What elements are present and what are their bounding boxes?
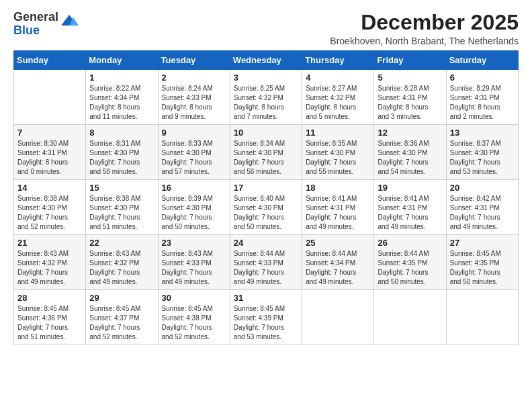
calendar-cell: [14, 70, 86, 125]
calendar-cell: 24Sunrise: 8:44 AMSunset: 4:33 PMDayligh…: [230, 235, 302, 290]
calendar-cell: 23Sunrise: 8:43 AMSunset: 4:33 PMDayligh…: [158, 235, 230, 290]
day-info: Sunrise: 8:37 AMSunset: 4:30 PMDaylight:…: [450, 139, 515, 177]
day-number: 27: [450, 238, 515, 248]
calendar-cell: 27Sunrise: 8:45 AMSunset: 4:35 PMDayligh…: [446, 235, 518, 290]
calendar-cell: 11Sunrise: 8:35 AMSunset: 4:30 PMDayligh…: [302, 125, 374, 180]
day-number: 22: [89, 238, 154, 248]
day-info: Sunrise: 8:25 AMSunset: 4:32 PMDaylight:…: [234, 84, 298, 122]
calendar-week-3: 14Sunrise: 8:38 AMSunset: 4:30 PMDayligh…: [14, 180, 519, 235]
day-number: 2: [162, 73, 226, 83]
day-info: Sunrise: 8:28 AMSunset: 4:31 PMDaylight:…: [378, 84, 442, 122]
calendar-cell: 8Sunrise: 8:31 AMSunset: 4:30 PMDaylight…: [86, 125, 158, 180]
day-info: Sunrise: 8:38 AMSunset: 4:30 PMDaylight:…: [89, 194, 154, 232]
day-info: Sunrise: 8:38 AMSunset: 4:30 PMDaylight:…: [17, 194, 82, 232]
day-number: 25: [306, 238, 370, 248]
page: General Blue December 2025 Broekhoven, N…: [0, 0, 532, 411]
calendar-cell: 12Sunrise: 8:36 AMSunset: 4:30 PMDayligh…: [374, 125, 446, 180]
day-number: 30: [162, 293, 226, 303]
calendar-cell: 14Sunrise: 8:38 AMSunset: 4:30 PMDayligh…: [14, 180, 86, 235]
calendar-header-sunday: Sunday: [14, 51, 86, 70]
calendar-header-monday: Monday: [86, 51, 158, 70]
header: General Blue December 2025 Broekhoven, N…: [13, 11, 519, 46]
logo: General Blue: [13, 11, 79, 38]
day-info: Sunrise: 8:30 AMSunset: 4:31 PMDaylight:…: [17, 139, 82, 177]
day-info: Sunrise: 8:35 AMSunset: 4:30 PMDaylight:…: [306, 139, 370, 177]
day-number: 21: [17, 238, 82, 248]
calendar-header-saturday: Saturday: [446, 51, 518, 70]
month-title: December 2025: [330, 11, 519, 34]
logo-text: General Blue: [13, 11, 58, 38]
day-info: Sunrise: 8:45 AMSunset: 4:39 PMDaylight:…: [234, 304, 298, 342]
calendar-week-5: 28Sunrise: 8:45 AMSunset: 4:36 PMDayligh…: [14, 290, 519, 345]
day-number: 15: [89, 183, 154, 193]
day-number: 7: [17, 128, 82, 138]
day-number: 6: [450, 73, 515, 83]
calendar-cell: 22Sunrise: 8:43 AMSunset: 4:32 PMDayligh…: [86, 235, 158, 290]
calendar-cell: 7Sunrise: 8:30 AMSunset: 4:31 PMDaylight…: [14, 125, 86, 180]
calendar-cell: 6Sunrise: 8:29 AMSunset: 4:31 PMDaylight…: [446, 70, 518, 125]
day-number: 19: [378, 183, 442, 193]
calendar-header-row: SundayMondayTuesdayWednesdayThursdayFrid…: [14, 51, 519, 70]
calendar-cell: 2Sunrise: 8:24 AMSunset: 4:33 PMDaylight…: [158, 70, 230, 125]
calendar-header-thursday: Thursday: [302, 51, 374, 70]
calendar-cell: 18Sunrise: 8:41 AMSunset: 4:31 PMDayligh…: [302, 180, 374, 235]
day-number: 13: [450, 128, 515, 138]
day-info: Sunrise: 8:41 AMSunset: 4:31 PMDaylight:…: [306, 194, 370, 232]
day-info: Sunrise: 8:39 AMSunset: 4:30 PMDaylight:…: [162, 194, 226, 232]
calendar-cell: 20Sunrise: 8:42 AMSunset: 4:31 PMDayligh…: [446, 180, 518, 235]
day-info: Sunrise: 8:22 AMSunset: 4:34 PMDaylight:…: [89, 84, 154, 122]
calendar-cell: 30Sunrise: 8:45 AMSunset: 4:38 PMDayligh…: [158, 290, 230, 345]
day-info: Sunrise: 8:40 AMSunset: 4:30 PMDaylight:…: [234, 194, 298, 232]
calendar-cell: 9Sunrise: 8:33 AMSunset: 4:30 PMDaylight…: [158, 125, 230, 180]
calendar-cell: 15Sunrise: 8:38 AMSunset: 4:30 PMDayligh…: [86, 180, 158, 235]
title-area: December 2025 Broekhoven, North Brabant,…: [330, 11, 519, 46]
location-title: Broekhoven, North Brabant, The Netherlan…: [330, 36, 519, 46]
day-number: 11: [306, 128, 370, 138]
calendar-cell: 16Sunrise: 8:39 AMSunset: 4:30 PMDayligh…: [158, 180, 230, 235]
day-number: 4: [306, 73, 370, 83]
calendar-week-2: 7Sunrise: 8:30 AMSunset: 4:31 PMDaylight…: [14, 125, 519, 180]
calendar: SundayMondayTuesdayWednesdayThursdayFrid…: [13, 50, 519, 345]
calendar-week-4: 21Sunrise: 8:43 AMSunset: 4:32 PMDayligh…: [14, 235, 519, 290]
day-number: 26: [378, 238, 442, 248]
day-info: Sunrise: 8:43 AMSunset: 4:32 PMDaylight:…: [17, 249, 82, 287]
day-number: 23: [162, 238, 226, 248]
day-info: Sunrise: 8:45 AMSunset: 4:38 PMDaylight:…: [162, 304, 226, 342]
logo-icon: [60, 12, 79, 31]
day-number: 16: [162, 183, 226, 193]
calendar-cell: 3Sunrise: 8:25 AMSunset: 4:32 PMDaylight…: [230, 70, 302, 125]
day-info: Sunrise: 8:34 AMSunset: 4:30 PMDaylight:…: [234, 139, 298, 177]
calendar-cell: 31Sunrise: 8:45 AMSunset: 4:39 PMDayligh…: [230, 290, 302, 345]
day-info: Sunrise: 8:24 AMSunset: 4:33 PMDaylight:…: [162, 84, 226, 122]
calendar-cell: 17Sunrise: 8:40 AMSunset: 4:30 PMDayligh…: [230, 180, 302, 235]
day-number: 18: [306, 183, 370, 193]
calendar-cell: 28Sunrise: 8:45 AMSunset: 4:36 PMDayligh…: [14, 290, 86, 345]
calendar-cell: 5Sunrise: 8:28 AMSunset: 4:31 PMDaylight…: [374, 70, 446, 125]
calendar-cell: 10Sunrise: 8:34 AMSunset: 4:30 PMDayligh…: [230, 125, 302, 180]
calendar-cell: 25Sunrise: 8:44 AMSunset: 4:34 PMDayligh…: [302, 235, 374, 290]
day-info: Sunrise: 8:36 AMSunset: 4:30 PMDaylight:…: [378, 139, 442, 177]
calendar-cell: 19Sunrise: 8:41 AMSunset: 4:31 PMDayligh…: [374, 180, 446, 235]
calendar-cell: 21Sunrise: 8:43 AMSunset: 4:32 PMDayligh…: [14, 235, 86, 290]
day-info: Sunrise: 8:31 AMSunset: 4:30 PMDaylight:…: [89, 139, 154, 177]
day-number: 8: [89, 128, 154, 138]
day-number: 1: [89, 73, 154, 83]
calendar-header-wednesday: Wednesday: [230, 51, 302, 70]
day-info: Sunrise: 8:45 AMSunset: 4:35 PMDaylight:…: [450, 249, 515, 287]
day-info: Sunrise: 8:45 AMSunset: 4:37 PMDaylight:…: [89, 304, 154, 342]
day-number: 3: [234, 73, 298, 83]
calendar-cell: 29Sunrise: 8:45 AMSunset: 4:37 PMDayligh…: [86, 290, 158, 345]
day-info: Sunrise: 8:44 AMSunset: 4:35 PMDaylight:…: [378, 249, 442, 287]
calendar-cell: [374, 290, 446, 345]
calendar-cell: [302, 290, 374, 345]
day-number: 10: [234, 128, 298, 138]
day-number: 5: [378, 73, 442, 83]
day-number: 12: [378, 128, 442, 138]
day-number: 20: [450, 183, 515, 193]
day-info: Sunrise: 8:43 AMSunset: 4:32 PMDaylight:…: [89, 249, 154, 287]
day-info: Sunrise: 8:29 AMSunset: 4:31 PMDaylight:…: [450, 84, 515, 122]
calendar-header-friday: Friday: [374, 51, 446, 70]
day-info: Sunrise: 8:45 AMSunset: 4:36 PMDaylight:…: [17, 304, 82, 342]
day-number: 29: [89, 293, 154, 303]
day-info: Sunrise: 8:27 AMSunset: 4:32 PMDaylight:…: [306, 84, 370, 122]
